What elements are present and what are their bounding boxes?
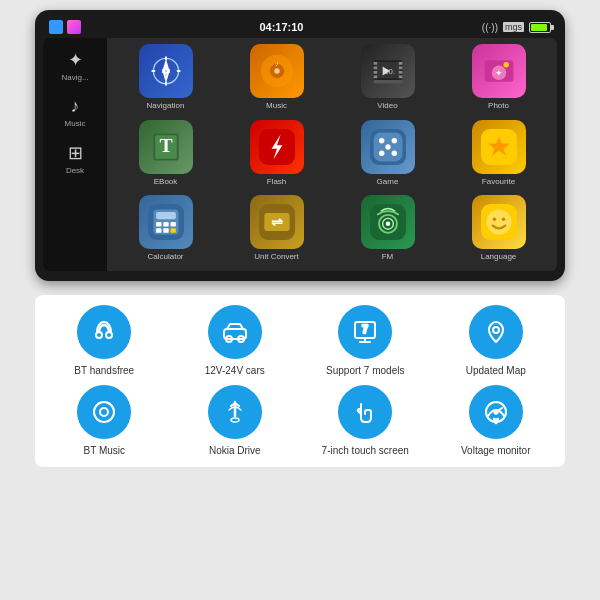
- svg-text:7: 7: [362, 324, 368, 335]
- sidebar: ✦ Navig... ♪ Music ⊞ Desk: [43, 38, 107, 271]
- app-label-ebook: EBook: [154, 177, 178, 187]
- app-icon-ebook: T: [139, 120, 193, 174]
- svg-rect-47: [170, 222, 175, 227]
- app-label-navigation: Navigation: [147, 101, 185, 111]
- feature-icon-touch-screen: [338, 385, 392, 439]
- app-icon-game: [361, 120, 415, 174]
- feature-icon-map: [469, 305, 523, 359]
- svg-rect-21: [398, 76, 402, 79]
- app-navigation[interactable]: Navigation: [113, 44, 218, 114]
- svg-point-57: [385, 222, 390, 227]
- svg-text:⇌: ⇌: [271, 215, 283, 231]
- app-label-music: Music: [266, 101, 287, 111]
- status-icon-2: [67, 20, 81, 34]
- svg-point-73: [100, 408, 108, 416]
- svg-rect-44: [156, 212, 176, 219]
- feature-bt-handsfree: BT handsfree: [43, 305, 166, 377]
- svg-point-71: [493, 327, 499, 333]
- app-ebook[interactable]: T EBook: [113, 120, 218, 190]
- status-right: ((·)) mgs: [482, 22, 551, 33]
- app-favourite[interactable]: Favourite: [446, 120, 551, 190]
- feature-label-bt-music: BT Music: [84, 444, 126, 457]
- device: 04:17:10 ((·)) mgs ✦ Navig... ♪ Music: [35, 10, 565, 281]
- main-container: 04:17:10 ((·)) mgs ✦ Navig... ♪ Music: [0, 0, 600, 600]
- app-icon-language: [472, 195, 526, 249]
- app-label-unitconvert: Unit Convert: [254, 252, 298, 262]
- feature-bt-music: BT Music: [43, 385, 166, 457]
- features-section: BT handsfree 12V-24V cars: [35, 295, 565, 467]
- feature-icon-nokia-drive: [208, 385, 262, 439]
- music-sidebar-icon: ♪: [71, 96, 80, 117]
- app-icon-photo: ✦: [472, 44, 526, 98]
- svg-rect-50: [170, 228, 175, 233]
- sidebar-label-desk: Desk: [66, 166, 84, 175]
- feature-icon-screen7: 7: [338, 305, 392, 359]
- app-label-fm: FM: [382, 252, 394, 262]
- app-icon-fm: [361, 195, 415, 249]
- svg-point-35: [379, 138, 384, 143]
- app-language[interactable]: Language: [446, 195, 551, 265]
- compass-icon: ✦: [68, 49, 83, 71]
- svg-marker-6: [163, 71, 168, 80]
- svg-rect-46: [163, 222, 168, 227]
- app-photo[interactable]: ✦ Photo: [446, 44, 551, 114]
- svg-point-61: [501, 218, 505, 222]
- feature-icon-bt-music: [77, 385, 131, 439]
- app-label-favourite: Favourite: [482, 177, 515, 187]
- app-label-video: Video: [377, 101, 397, 111]
- svg-point-62: [96, 332, 102, 338]
- sidebar-item-music[interactable]: ♪ Music: [47, 91, 103, 133]
- svg-point-59: [486, 210, 511, 235]
- app-fm[interactable]: FM: [335, 195, 440, 265]
- sidebar-item-desk[interactable]: ⊞ Desk: [47, 137, 103, 180]
- app-icon-calculator: [139, 195, 193, 249]
- svg-rect-19: [398, 67, 402, 70]
- app-label-flash: Flash: [267, 177, 287, 187]
- feature-label-car: 12V-24V cars: [205, 364, 265, 377]
- app-calculator[interactable]: Calculator: [113, 195, 218, 265]
- svg-rect-13: [373, 80, 402, 84]
- feature-label-nokia-drive: Nokia Drive: [209, 444, 261, 457]
- app-game[interactable]: Game: [335, 120, 440, 190]
- battery-icon: [529, 22, 551, 33]
- status-time: 04:17:10: [259, 21, 303, 33]
- svg-rect-18: [398, 62, 402, 65]
- app-unitconvert[interactable]: ⇌ Unit Convert: [224, 195, 329, 265]
- status-icon-1: [49, 20, 63, 34]
- svg-point-37: [379, 150, 384, 155]
- feature-nokia-drive: Nokia Drive: [174, 385, 297, 457]
- app-label-game: Game: [377, 177, 399, 187]
- app-label-photo: Photo: [488, 101, 509, 111]
- feature-map: Updated Map: [435, 305, 558, 377]
- feature-screen7: 7 Support 7 models: [304, 305, 427, 377]
- sidebar-label-music: Music: [65, 119, 86, 128]
- feature-icon-car: [208, 305, 262, 359]
- app-icon-unitconvert: ⇌: [250, 195, 304, 249]
- app-label-calculator: Calculator: [147, 252, 183, 262]
- svg-rect-14: [373, 62, 377, 65]
- svg-point-25: [503, 62, 508, 67]
- app-label-language: Language: [481, 252, 517, 262]
- svg-text:V: V: [494, 418, 498, 424]
- svg-point-38: [391, 150, 396, 155]
- svg-rect-20: [398, 71, 402, 74]
- svg-text:♪: ♪: [275, 59, 279, 68]
- screen: ✦ Navig... ♪ Music ⊞ Desk: [43, 38, 557, 271]
- svg-text:✦: ✦: [495, 68, 503, 78]
- app-icon-flash: [250, 120, 304, 174]
- svg-point-39: [385, 144, 390, 149]
- feature-label-touch-screen: 7-inch touch screen: [322, 444, 409, 457]
- sidebar-item-navigation[interactable]: ✦ Navig...: [47, 44, 103, 87]
- app-music[interactable]: ♪ Music: [224, 44, 329, 114]
- svg-point-74: [231, 418, 239, 422]
- svg-point-60: [492, 218, 496, 222]
- svg-marker-5: [163, 62, 168, 71]
- svg-rect-49: [163, 228, 168, 233]
- svg-rect-48: [156, 228, 161, 233]
- feature-label-screen7: Support 7 models: [326, 364, 404, 377]
- desk-icon: ⊞: [68, 142, 83, 164]
- app-video[interactable]: 50. Video: [335, 44, 440, 114]
- app-flash[interactable]: Flash: [224, 120, 329, 190]
- features-grid: BT handsfree 12V-24V cars: [43, 305, 557, 457]
- feature-touch-screen: 7-inch touch screen: [304, 385, 427, 457]
